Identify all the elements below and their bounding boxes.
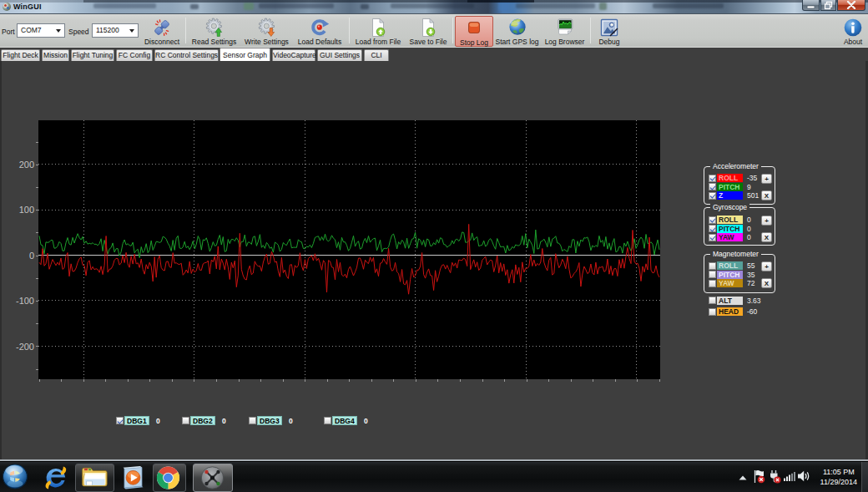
svg-text:-200: -200 — [16, 342, 34, 352]
svg-text:100: 100 — [19, 205, 34, 215]
svg-text:-100: -100 — [16, 296, 34, 306]
svg-text:0: 0 — [29, 251, 34, 261]
svg-text:200: 200 — [19, 160, 34, 170]
